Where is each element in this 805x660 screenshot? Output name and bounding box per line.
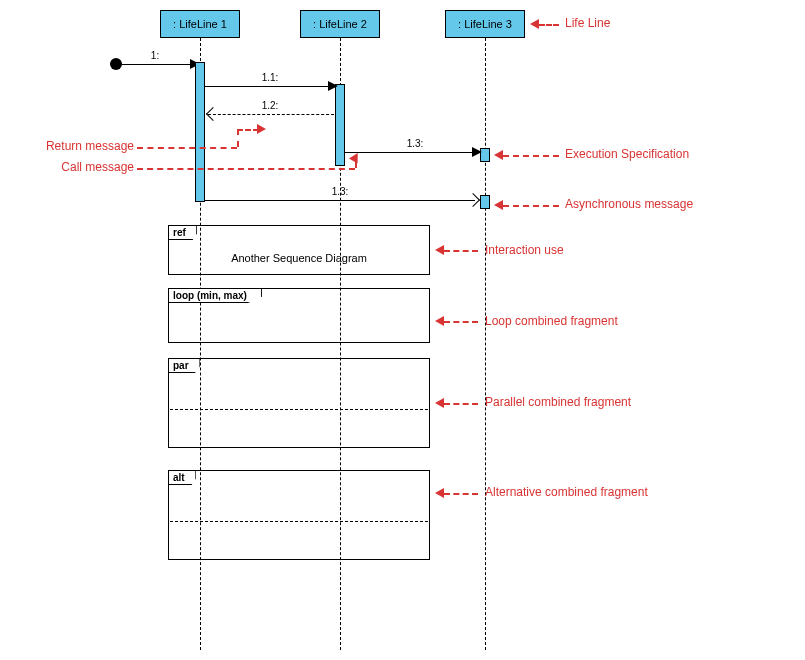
annotation-arrow-icon [494,150,503,160]
call-message-line-11 [205,86,331,87]
fragment-loop: loop (min, max) [168,288,430,343]
fragment-tag: par [169,359,200,373]
arrowhead-icon [328,81,338,91]
call-message-line-13a [345,152,475,153]
annotation-par: Parallel combined fragment [485,395,631,409]
annotation-line [503,155,559,157]
lifeline-label: : LifeLine 3 [458,18,512,30]
annotation-async-msg: Asynchronous message [565,197,693,211]
annotation-exec-spec: Execution Specification [565,147,689,161]
annotation-line [444,250,478,252]
annotation-line [237,129,259,131]
annotation-life-line: Life Line [565,16,610,30]
fragment-alt: alt [168,470,430,560]
message-label: 1.1: [250,72,290,83]
annotation-line [237,129,239,147]
annotation-arrow-icon [435,398,444,408]
arrowhead-icon [472,147,482,157]
message-label: 1: [140,50,170,61]
annotation-line [503,205,559,207]
lifeline-head-2: : LifeLine 2 [300,10,380,38]
annotation-line [539,24,559,26]
found-message-origin [110,58,122,70]
annotation-call-msg: Call message [46,160,134,174]
annotation-line [444,403,478,405]
annotation-line [444,493,478,495]
lifeline-dash-3 [485,38,486,650]
message-label: 1.2: [250,100,290,111]
annotation-arrow-icon [530,19,539,29]
fragment-tag: loop (min, max) [169,289,262,303]
lifeline-head-3: : LifeLine 3 [445,10,525,38]
annotation-arrow-icon [435,245,444,255]
fragment-divider [170,521,428,522]
execution-spec-2 [480,195,490,209]
annotation-line [137,147,237,149]
activation-bar-2 [335,84,345,166]
annotation-arrow-icon [435,316,444,326]
open-arrowhead-icon [466,193,480,207]
annotation-loop: Loop combined fragment [485,314,618,328]
fragment-ref: ref Another Sequence Diagram [168,225,430,275]
fragment-par: par [168,358,430,448]
fragment-tag: alt [169,471,196,485]
annotation-alt: Alternative combined fragment [485,485,648,499]
fragment-divider [170,409,428,410]
message-label: 1.3: [320,186,360,197]
annotation-arrow-icon [435,488,444,498]
annotation-interaction-use: Interaction use [485,243,564,257]
annotation-arrow-icon [494,200,503,210]
fragment-tag: ref [169,226,197,240]
annotation-line [444,321,478,323]
annotation-line [137,168,355,170]
message-label: 1.3: [395,138,435,149]
lifeline-label: : LifeLine 1 [173,18,227,30]
lifeline-head-1: : LifeLine 1 [160,10,240,38]
lifeline-label: : LifeLine 2 [313,18,367,30]
sequence-diagram: : LifeLine 1 : LifeLine 2 : LifeLine 3 1… [0,0,805,660]
annotation-return-msg: Return message [14,139,134,153]
fragment-text: Another Sequence Diagram [169,252,429,264]
annotation-arrow-icon [257,124,266,134]
activation-bar-1 [195,62,205,202]
found-message-line [122,64,192,65]
return-message-line-12 [208,114,334,115]
open-arrowhead-icon [206,107,220,121]
async-message-line-13b [205,200,475,201]
